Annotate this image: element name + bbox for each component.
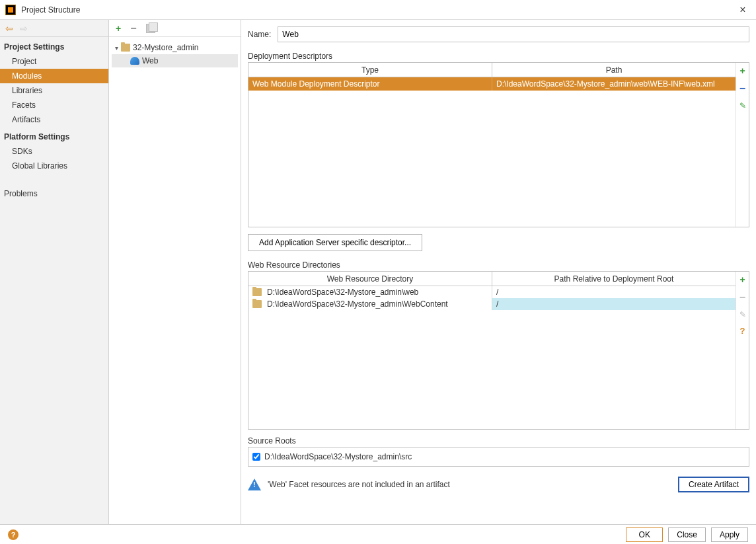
tree-facet-label: Web — [142, 56, 158, 65]
dd-col-path: Path — [492, 63, 736, 77]
module-tree-panel: + − ▾ 32-Mystore_admin Web — [109, 20, 241, 524]
web-facet-icon — [130, 57, 139, 65]
window-title: Project Structure — [21, 5, 735, 15]
remove-icon[interactable]: − — [130, 22, 136, 34]
add-icon[interactable]: + — [116, 23, 121, 34]
tree-module-row[interactable]: ▾ 32-Mystore_admin — [112, 41, 238, 54]
folder-icon — [252, 300, 262, 308]
settings-sidebar: ⇦ ⇨ Project Settings Project Modules Lib… — [0, 20, 109, 524]
dialog-footer: ? OK Close Apply — [0, 524, 756, 544]
warning-row: 'Web' Facet resources are not included i… — [248, 472, 749, 497]
wrd-col-path: Path Relative to Deployment Root — [492, 272, 736, 286]
wrd-remove-icon[interactable]: − — [739, 291, 745, 303]
close-icon[interactable]: × — [735, 4, 751, 16]
name-label: Name: — [248, 30, 271, 39]
source-root-path: D:\IdeaWordSpace\32-Mystore_admin\src — [264, 452, 412, 461]
forward-icon[interactable]: ⇨ — [20, 23, 28, 34]
titlebar: Project Structure × — [0, 0, 756, 20]
warning-icon — [248, 479, 261, 490]
wrd-table-container: Web Resource Directory Path Relative to … — [248, 271, 749, 430]
source-root-checkbox[interactable] — [252, 453, 260, 461]
copy-icon[interactable] — [146, 24, 155, 33]
sr-section-title: Source Roots — [248, 436, 749, 446]
wrd-dir-text: D:\IdeaWordSpace\32-Mystore_admin\web — [267, 286, 418, 298]
wrd-row[interactable]: D:\IdeaWordSpace\32-Mystore_admin\web / — [248, 286, 736, 298]
source-roots-box: D:\IdeaWordSpace\32-Mystore_admin\src — [248, 447, 749, 467]
wrd-help-icon[interactable]: ? — [740, 326, 745, 336]
name-row: Name: — [248, 26, 749, 42]
dd-table: Type Path Web Module Deployment Descript… — [248, 63, 736, 227]
wrd-row[interactable]: D:\IdeaWordSpace\32-Mystore_admin\WebCon… — [248, 298, 736, 310]
dd-remove-icon[interactable]: − — [739, 83, 745, 95]
back-icon[interactable]: ⇦ — [5, 23, 13, 34]
apply-button[interactable]: Apply — [711, 527, 748, 542]
sidebar-item-facets[interactable]: Facets — [0, 98, 108, 112]
warning-message: 'Web' Facet resources are not included i… — [268, 480, 671, 489]
nav-arrows: ⇦ ⇨ — [0, 20, 108, 37]
dd-section-title: Deployment Descriptors — [248, 52, 749, 61]
dd-edit-icon[interactable]: ✎ — [739, 101, 746, 110]
add-server-descriptor-button[interactable]: Add Application Server specific descript… — [248, 234, 422, 251]
wrd-add-icon[interactable]: + — [739, 274, 745, 285]
module-tree: ▾ 32-Mystore_admin Web — [109, 37, 241, 71]
sidebar-item-project[interactable]: Project — [0, 54, 108, 69]
wrd-header: Web Resource Directory Path Relative to … — [248, 272, 736, 286]
name-input[interactable] — [278, 26, 749, 42]
folder-icon — [252, 288, 262, 296]
sidebar-item-artifacts[interactable]: Artifacts — [0, 112, 108, 127]
dd-cell-path: D:\IdeaWordSpace\32-Mystore_admin\web\WE… — [492, 77, 736, 91]
wrd-section-title: Web Resource Directories — [248, 260, 749, 270]
caret-down-icon[interactable]: ▾ — [112, 44, 121, 52]
sidebar-item-global-libraries[interactable]: Global Libraries — [0, 159, 108, 173]
sidebar-item-sdks[interactable]: SDKs — [0, 144, 108, 159]
ok-button[interactable]: OK — [626, 527, 663, 542]
wrd-table: Web Resource Directory Path Relative to … — [248, 272, 736, 429]
wrd-side-toolbar: + − ✎ ? — [736, 272, 749, 429]
tree-module-label: 32-Mystore_admin — [133, 43, 198, 52]
dd-header: Type Path — [248, 63, 736, 77]
sidebar-item-problems[interactable]: Problems — [0, 186, 108, 201]
dd-row[interactable]: Web Module Deployment Descriptor D:\Idea… — [248, 77, 736, 91]
dd-col-type: Type — [248, 63, 492, 77]
wrd-cell-path: / — [492, 286, 736, 298]
project-settings-header: Project Settings — [0, 37, 108, 54]
module-folder-icon — [121, 44, 130, 52]
dd-side-toolbar: + − ✎ — [736, 63, 749, 227]
tree-toolbar: + − — [109, 20, 241, 37]
close-button[interactable]: Close — [668, 527, 706, 542]
dd-cell-type: Web Module Deployment Descriptor — [248, 77, 492, 91]
tree-facet-row[interactable]: Web — [112, 54, 238, 67]
main-content: Name: Deployment Descriptors Type Path W… — [241, 20, 756, 524]
sidebar-item-libraries[interactable]: Libraries — [0, 83, 108, 98]
wrd-cell-dir: D:\IdeaWordSpace\32-Mystore_admin\WebCon… — [248, 298, 492, 310]
help-icon[interactable]: ? — [8, 529, 19, 540]
wrd-cell-path: / — [492, 298, 736, 310]
wrd-dir-text: D:\IdeaWordSpace\32-Mystore_admin\WebCon… — [267, 298, 448, 310]
dd-table-container: Type Path Web Module Deployment Descript… — [248, 62, 749, 227]
wrd-col-dir: Web Resource Directory — [248, 272, 492, 286]
app-icon — [5, 5, 16, 15]
wrd-edit-icon[interactable]: ✎ — [739, 310, 746, 319]
wrd-cell-dir: D:\IdeaWordSpace\32-Mystore_admin\web — [248, 286, 492, 298]
dd-add-icon[interactable]: + — [739, 65, 745, 76]
platform-settings-header: Platform Settings — [0, 127, 108, 144]
create-artifact-button[interactable]: Create Artifact — [678, 477, 749, 492]
sidebar-item-modules[interactable]: Modules — [0, 69, 108, 83]
